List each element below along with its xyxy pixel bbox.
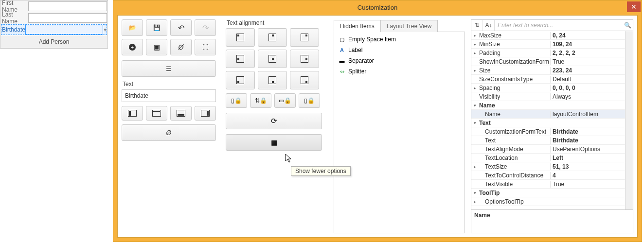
property-row[interactable]: TextLocationLeft <box>471 154 633 162</box>
property-row[interactable]: NamelayoutControlItem <box>471 110 633 119</box>
hide-text-button[interactable] <box>122 124 216 141</box>
property-row[interactable]: SizeConstraintsTypeDefault <box>471 75 633 84</box>
chevron-down-icon[interactable]: ▾ <box>103 26 107 33</box>
close-button[interactable]: ✕ <box>627 1 641 12</box>
property-value[interactable]: UseParentOptions <box>550 146 633 153</box>
text-left-button[interactable] <box>122 106 143 121</box>
property-grid[interactable]: ▸MaxSize0, 24▸MinSize109, 24▸Padding2, 2… <box>471 31 633 210</box>
first-name-input[interactable] <box>28 1 107 11</box>
categorized-button[interactable]: ⇅ <box>471 20 483 31</box>
hidden-item-splitter[interactable]: ⇔Splitter <box>336 66 463 77</box>
property-row[interactable]: ▾Name <box>471 101 633 110</box>
align-tc-button[interactable] <box>258 28 287 47</box>
open-button[interactable] <box>122 19 143 36</box>
property-row[interactable]: ▸TextSize51, 13 <box>471 162 633 171</box>
expand-icon[interactable]: ▸ <box>471 86 478 90</box>
align-mr-button[interactable] <box>290 50 319 68</box>
text-top-button[interactable] <box>146 106 167 121</box>
align-ml-button[interactable] <box>226 50 255 68</box>
text-right-button[interactable] <box>195 106 216 121</box>
align-br-button[interactable] <box>290 71 319 89</box>
property-value[interactable]: layoutControlItem <box>550 111 633 118</box>
lock-height-button[interactable]: ▯🔒 <box>299 93 320 108</box>
property-value[interactable]: Default <box>550 76 633 83</box>
expand-icon[interactable]: ▾ <box>471 103 478 108</box>
tab-hidden-items[interactable]: Hidden Items <box>334 20 381 32</box>
lock-width-button[interactable]: ⇅🔒 <box>250 93 271 108</box>
hidden-item-separator[interactable]: ▬Separator <box>336 55 463 66</box>
property-search-input[interactable] <box>495 20 622 31</box>
property-row[interactable]: TextToControlDistance4 <box>471 171 633 180</box>
last-name-input[interactable] <box>28 13 107 23</box>
expand-icon[interactable]: ▾ <box>471 191 478 195</box>
property-value[interactable]: 4 <box>550 172 633 179</box>
expand-icon[interactable]: ▸ <box>471 164 478 169</box>
save-button[interactable] <box>146 19 167 36</box>
property-row[interactable]: VisibilityAlways <box>471 92 633 101</box>
property-row[interactable]: ▸Size223, 24 <box>471 66 633 75</box>
redo-button[interactable] <box>195 19 216 36</box>
align-tl-button[interactable] <box>226 28 255 47</box>
expand-icon[interactable]: ▸ <box>471 199 478 204</box>
expand-icon[interactable]: ▾ <box>471 121 478 125</box>
text-bottom-button[interactable] <box>170 106 192 121</box>
property-value[interactable]: 2, 2, 2, 2 <box>550 50 633 56</box>
birthdate-input[interactable] <box>25 25 103 35</box>
options-button[interactable] <box>226 134 322 151</box>
property-row[interactable]: ▾Text <box>471 119 633 127</box>
undo-button[interactable] <box>170 19 192 36</box>
reset-button[interactable] <box>226 113 322 129</box>
align-bl-button[interactable] <box>226 71 255 89</box>
expand-icon[interactable]: ▸ <box>471 68 478 73</box>
property-row[interactable]: TextBirthdate <box>471 136 633 145</box>
tree-view-button[interactable] <box>122 60 216 77</box>
property-value[interactable]: 0, 24 <box>550 32 633 39</box>
property-value[interactable]: Birthdate <box>550 128 633 135</box>
property-value[interactable]: 0, 0, 0, 0 <box>550 85 633 91</box>
property-value[interactable]: Always <box>550 93 633 100</box>
property-row[interactable]: ▸OptionsToolTip <box>471 197 633 206</box>
property-row[interactable]: TextAlignModeUseParentOptions <box>471 145 633 154</box>
property-row[interactable]: ▸MaxSize0, 24 <box>471 31 633 40</box>
lock-top-button[interactable]: ▭🔒 <box>274 93 296 108</box>
property-row[interactable]: CustomizationFormTextBirthdate <box>471 127 633 136</box>
property-row[interactable]: ▸MinSize109, 24 <box>471 40 633 49</box>
add-tab-button[interactable] <box>146 39 167 55</box>
property-row[interactable]: ▸Spacing0, 0, 0, 0 <box>471 84 633 92</box>
scrollbar[interactable] <box>625 31 633 209</box>
expand-icon[interactable]: ▸ <box>471 42 478 47</box>
property-value[interactable]: Left <box>550 155 633 161</box>
hidden-item-label[interactable]: ALabel <box>336 45 463 55</box>
align-bc-button[interactable] <box>258 71 287 89</box>
search-icon[interactable]: 🔍 <box>622 22 633 29</box>
alphabetical-button[interactable]: A↓ <box>483 20 495 31</box>
hidden-item-empty-space[interactable]: ▢Empty Space Item <box>336 34 463 45</box>
tree-icon <box>166 65 172 72</box>
titlebar[interactable]: Customization ✕ <box>113 0 642 14</box>
lock-left-button[interactable]: ▯🔒 <box>226 93 247 108</box>
property-value[interactable]: 51, 13 <box>550 163 633 170</box>
property-row[interactable]: ▸Padding2, 2, 2, 2 <box>471 49 633 57</box>
property-name: Padding <box>478 50 550 56</box>
property-name: MaxSize <box>478 32 550 39</box>
property-value[interactable]: True <box>550 58 633 65</box>
add-item-button[interactable] <box>122 39 143 55</box>
property-value[interactable]: Birthdate <box>550 137 633 144</box>
hide-button[interactable] <box>170 39 192 55</box>
align-mc-button[interactable] <box>258 50 287 68</box>
property-value[interactable]: 223, 24 <box>550 67 633 74</box>
add-person-button[interactable]: Add Person <box>1 36 107 48</box>
property-row[interactable]: TextVisibleTrue <box>471 180 633 189</box>
field-birthdate[interactable]: Birthdate ▾ <box>1 24 107 35</box>
property-value[interactable]: True <box>550 181 633 188</box>
property-value[interactable]: 109, 24 <box>550 41 633 48</box>
align-tr-button[interactable] <box>290 28 319 47</box>
tab-layout-tree[interactable]: Layout Tree View <box>380 20 438 32</box>
select-button[interactable] <box>195 39 216 55</box>
item-text-input[interactable] <box>122 89 216 102</box>
label-icon: A <box>339 47 345 53</box>
property-row[interactable]: ▾ToolTip <box>471 189 633 197</box>
expand-icon[interactable]: ▸ <box>471 51 478 55</box>
expand-icon[interactable]: ▸ <box>471 33 478 38</box>
property-row[interactable]: ShowInCustomizationFormTrue <box>471 57 633 66</box>
